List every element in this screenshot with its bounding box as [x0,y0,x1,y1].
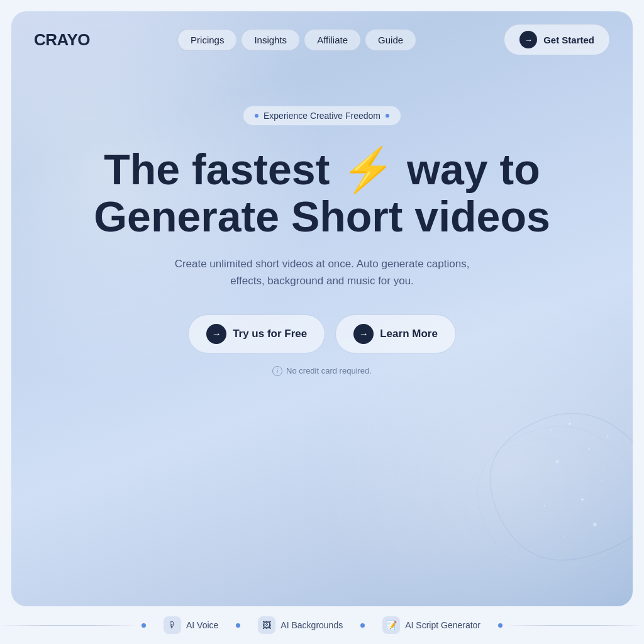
experience-badge: Experience Creative Freedom [243,106,401,126]
get-started-label: Get Started [543,35,594,45]
ticker-dot-0 [142,623,146,628]
ticker-line-left [0,625,139,626]
nav-link-insights[interactable]: Insights [241,29,300,51]
get-started-arrow-icon: → [519,31,537,48]
nav-link-affiliate[interactable]: Affiliate [304,29,361,51]
ai-backgrounds-label: AI Backgrounds [280,620,343,630]
info-icon: i [272,366,282,376]
nav-links: Pricings Insights Affiliate Guide [177,29,416,51]
ticker-dot-3 [498,623,502,628]
hero-title-line2: Generate Short videos [94,192,550,240]
no-credit-note: i No credit card required. [272,366,372,376]
ticker-items: 🎙 AI Voice 🖼 AI Backgrounds 📝 AI Script … [139,616,505,634]
ticker-bar: 🎙 AI Voice 🖼 AI Backgrounds 📝 AI Script … [0,606,644,644]
ticker-line-right [505,625,644,626]
learn-more-button[interactable]: → Learn More [335,314,456,353]
ticker-item-ai-voice[interactable]: 🎙 AI Voice [148,616,233,634]
logo: CRAYO [34,30,90,50]
learn-more-arrow-icon: → [353,324,374,344]
ai-voice-label: AI Voice [186,620,218,630]
badge-dot-left [255,114,258,118]
ticker-item-ai-backgrounds[interactable]: 🖼 AI Backgrounds [243,616,358,634]
navbar: CRAYO Pricings Insights Affiliate Guide … [11,11,633,68]
hero-section: Experience Creative Freedom The fastest … [11,68,633,606]
ai-backgrounds-icon: 🖼 [258,616,275,634]
try-free-button[interactable]: → Try us for Free [188,314,325,353]
learn-more-label: Learn More [380,328,438,340]
ai-script-label: AI Script Generator [405,620,480,630]
try-free-arrow-icon: → [206,324,226,344]
page-wrapper: CRAYO Pricings Insights Affiliate Guide … [0,0,644,644]
ai-voice-icon: 🎙 [164,616,181,634]
main-card: CRAYO Pricings Insights Affiliate Guide … [11,11,633,606]
ticker-dot-1 [236,623,240,628]
no-credit-text: No credit card required. [286,366,372,375]
hero-subtitle: Create unlimited short videos at once. A… [171,255,473,289]
ticker-item-ai-script[interactable]: 📝 AI Script Generator [367,616,496,634]
ai-script-icon: 📝 [382,616,400,634]
nav-link-pricings[interactable]: Pricings [177,29,237,51]
cta-buttons: → Try us for Free → Learn More [188,314,456,353]
badge-text: Experience Creative Freedom [264,111,380,121]
hero-title: The fastest ⚡ way to Generate Short vide… [94,146,550,240]
try-free-label: Try us for Free [233,328,307,340]
badge-dot-right [386,114,389,118]
nav-link-guide[interactable]: Guide [365,29,416,51]
ticker-dot-2 [360,623,365,628]
hero-title-line1: The fastest ⚡ way to [104,145,540,193]
get-started-button[interactable]: → Get Started [504,24,610,55]
